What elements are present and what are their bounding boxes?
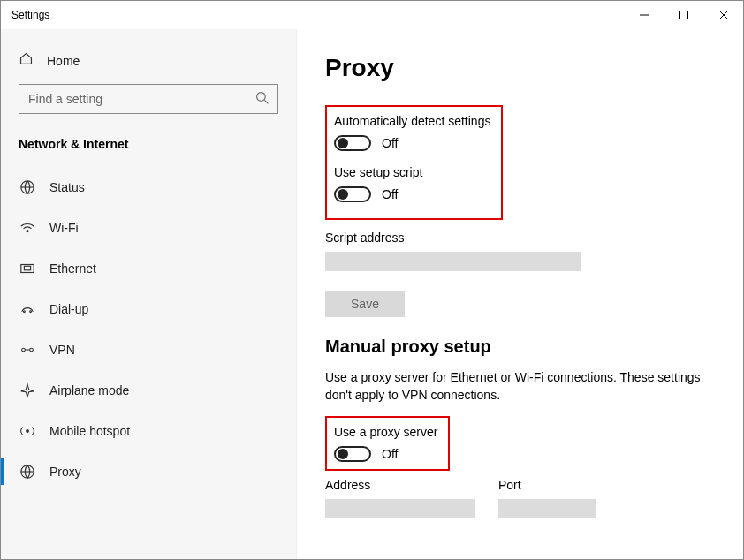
manual-heading: Manual proxy setup [325,337,708,357]
titlebar: Settings [1,1,743,29]
settings-window: Settings Home [0,0,744,560]
svg-point-14 [30,348,34,352]
search-input[interactable] [19,84,278,114]
window-body: Home Network & Internet Status Wi-Fi [1,29,743,559]
svg-point-13 [22,348,26,352]
sidebar-item-airplane[interactable]: Airplane mode [1,370,296,411]
window-controls [624,1,743,29]
svg-point-8 [27,231,28,232]
address-label: Address [325,478,475,492]
sidebar-item-label: Airplane mode [49,383,129,397]
window-title: Settings [11,9,49,21]
setup-script-state: Off [382,187,398,201]
dialup-icon [19,303,36,315]
sidebar-item-label: Dial-up [49,302,88,316]
sidebar-item-status[interactable]: Status [1,167,296,208]
sidebar-item-label: VPN [49,343,75,357]
sidebar-item-wifi[interactable]: Wi-Fi [1,208,296,248]
status-icon [19,179,36,195]
search-icon [255,91,270,109]
setup-script-toggle[interactable] [334,186,371,202]
svg-point-12 [30,311,32,313]
vpn-icon [19,344,36,356]
auto-detect-toggle[interactable] [334,135,371,151]
svg-point-16 [27,430,29,433]
sidebar-item-label: Proxy [49,465,81,479]
highlight-box-auto: Automatically detect settings Off Use se… [325,105,503,220]
use-proxy-label: Use a proxy server [334,425,437,439]
home-link[interactable]: Home [19,42,278,84]
sidebar-item-dialup[interactable]: Dial-up [1,289,296,329]
setup-script-label: Use setup script [334,165,490,179]
port-label: Port [498,478,596,492]
proxy-icon [19,464,36,480]
auto-detect-state: Off [382,136,398,150]
category-heading: Network & Internet [19,128,278,167]
manual-description: Use a proxy server for Ethernet or Wi-Fi… [325,369,708,404]
save-button[interactable]: Save [325,291,405,317]
wifi-icon [19,222,36,234]
sidebar-item-label: Ethernet [49,261,96,276]
sidebar-item-ethernet[interactable]: Ethernet [1,248,296,289]
sidebar-item-label: Mobile hotspot [49,424,130,438]
close-icon [719,11,728,19]
port-input[interactable] [498,499,596,518]
minimize-button[interactable] [624,1,664,29]
use-proxy-state: Off [382,447,398,461]
svg-point-11 [24,311,26,313]
maximize-button[interactable] [664,1,703,29]
close-button[interactable] [703,1,743,29]
airplane-icon [19,382,36,398]
use-proxy-toggle[interactable] [334,446,371,462]
sidebar: Home Network & Internet Status Wi-Fi [1,29,297,559]
minimize-icon [640,11,649,19]
script-address-label: Script address [325,231,708,245]
svg-line-5 [264,100,268,103]
main-content: Proxy Automatically detect settings Off … [297,29,743,559]
highlight-box-manual: Use a proxy server Off [325,416,450,471]
hotspot-icon [19,424,36,438]
home-icon [19,51,34,70]
ethernet-icon [19,262,36,275]
sidebar-item-label: Wi-Fi [49,221,79,235]
nav-list: Status Wi-Fi Ethernet Dial-up VPN [1,167,296,492]
sidebar-item-proxy[interactable]: Proxy [1,451,296,492]
svg-point-4 [257,93,266,102]
svg-rect-1 [679,11,687,19]
svg-rect-10 [24,266,30,270]
auto-detect-label: Automatically detect settings [334,114,490,128]
sidebar-item-hotspot[interactable]: Mobile hotspot [1,411,296,451]
home-label: Home [47,54,80,68]
sidebar-item-vpn[interactable]: VPN [1,329,296,370]
script-address-input[interactable] [325,252,581,271]
sidebar-item-label: Status [49,180,85,194]
search-box [19,84,278,114]
maximize-icon [679,11,688,19]
page-title: Proxy [325,54,708,82]
address-input[interactable] [325,499,475,518]
